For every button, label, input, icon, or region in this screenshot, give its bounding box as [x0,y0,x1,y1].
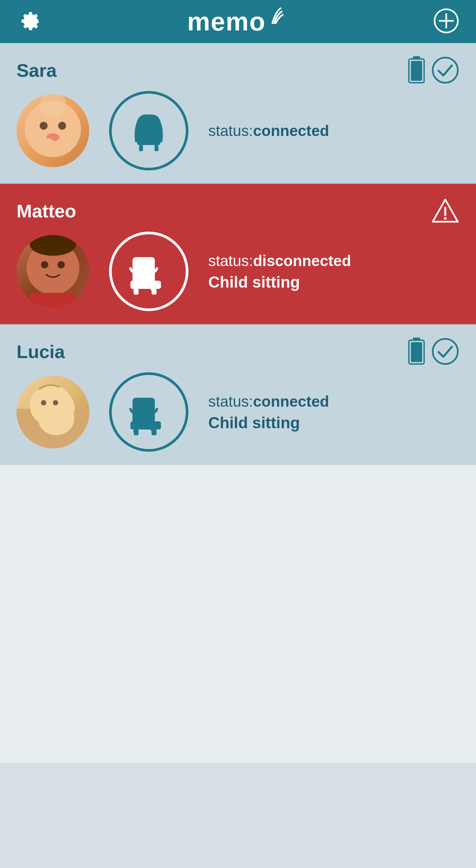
card-lucia[interactable]: Lucia [0,324,476,465]
sara-status-icons [408,56,460,84]
settings-button[interactable] [16,8,43,35]
matteo-status: status:disconnected Child sitting [208,252,351,291]
check-circle-icon [431,56,460,84]
gear-icon [16,8,43,34]
svg-point-36 [41,400,46,405]
svg-rect-43 [152,430,157,435]
svg-point-20 [41,261,48,268]
matteo-status-label: status: [208,252,253,269]
add-circle-icon [433,8,460,34]
avatar-lucia [16,376,89,448]
app-header: memo [0,0,476,43]
avatar-matteo [16,235,89,308]
svg-point-18 [444,217,447,220]
card-sara[interactable]: Sara [0,43,476,184]
matteo-child-sitting: Child sitting [208,273,300,291]
lucia-child-sitting: Child sitting [208,414,300,432]
lucia-status-value: connected [253,393,329,410]
svg-rect-23 [30,293,76,308]
sara-status-label: status: [208,122,253,139]
matteo-name: Matteo [16,200,76,222]
svg-rect-15 [155,145,159,151]
sara-avatar-image [16,94,89,167]
check-circle-icon-lucia [431,338,460,366]
matteo-avatar-image [16,235,89,308]
sara-status: status:connected [208,122,329,140]
app-title: memo [187,7,289,37]
sara-status-value: connected [253,122,329,139]
lucia-name: Lucia [16,341,65,362]
battery-icon-lucia [408,338,425,366]
card-matteo[interactable]: Matteo [0,184,476,324]
matteo-status-value: disconnected [253,252,351,269]
battery-icon [408,56,425,84]
wifi-icon [263,5,289,31]
svg-rect-14 [139,145,143,151]
svg-point-32 [433,339,458,364]
svg-point-37 [53,400,58,405]
child-seat-svg-matteo [122,245,175,298]
seat-icon-lucia [109,372,189,452]
warning-icon [431,197,460,225]
empty-seat-svg [126,107,172,154]
add-button[interactable] [433,8,460,35]
lucia-status-label: status: [208,393,253,410]
matteo-status-icons [431,197,460,225]
svg-point-21 [58,261,65,268]
svg-rect-28 [152,289,157,294]
svg-rect-31 [411,342,422,362]
svg-point-26 [138,260,149,272]
lucia-status-icons [408,338,460,366]
seat-icon-matteo [109,231,189,311]
svg-rect-27 [134,289,138,294]
svg-point-6 [433,58,458,83]
svg-rect-42 [134,430,138,435]
child-seat-svg-lucia [122,385,175,438]
svg-point-8 [40,122,47,130]
avatar-sara [16,94,89,167]
svg-rect-5 [411,61,422,81]
seat-icon-sara [109,91,189,170]
lucia-status: status:connected Child sitting [208,393,329,432]
lucia-avatar-image [16,376,89,448]
sara-name: Sara [16,60,57,81]
svg-point-12 [42,138,54,146]
svg-point-41 [138,401,149,412]
bottom-empty-area [0,465,476,763]
svg-rect-13 [137,140,160,145]
svg-point-9 [58,122,66,130]
